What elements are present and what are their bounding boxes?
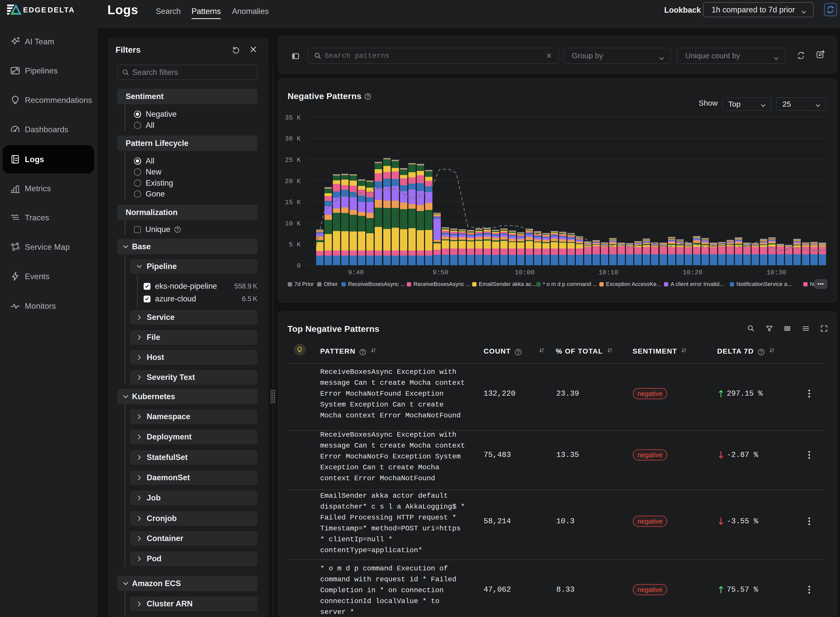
svg-text:25 K: 25 K [285, 156, 301, 164]
svg-text:10:30: 10:30 [766, 269, 786, 276]
svg-text:0: 0 [297, 262, 301, 270]
svg-text:10:20: 10:20 [683, 269, 703, 276]
svg-text:9:50: 9:50 [433, 269, 448, 276]
svg-text:5 K: 5 K [289, 241, 301, 248]
svg-text:20 K: 20 K [285, 177, 301, 185]
svg-text:35 K: 35 K [285, 114, 301, 122]
svg-text:15 K: 15 K [285, 199, 301, 206]
svg-text:EDGE: EDGE [23, 6, 47, 14]
svg-text:10:10: 10:10 [599, 269, 619, 276]
svg-text:DELTA: DELTA [48, 6, 75, 14]
svg-text:9:40: 9:40 [348, 269, 364, 276]
svg-text:10 K: 10 K [285, 220, 301, 227]
svg-text:30 K: 30 K [285, 135, 301, 143]
svg-text:10:00: 10:00 [515, 269, 534, 276]
